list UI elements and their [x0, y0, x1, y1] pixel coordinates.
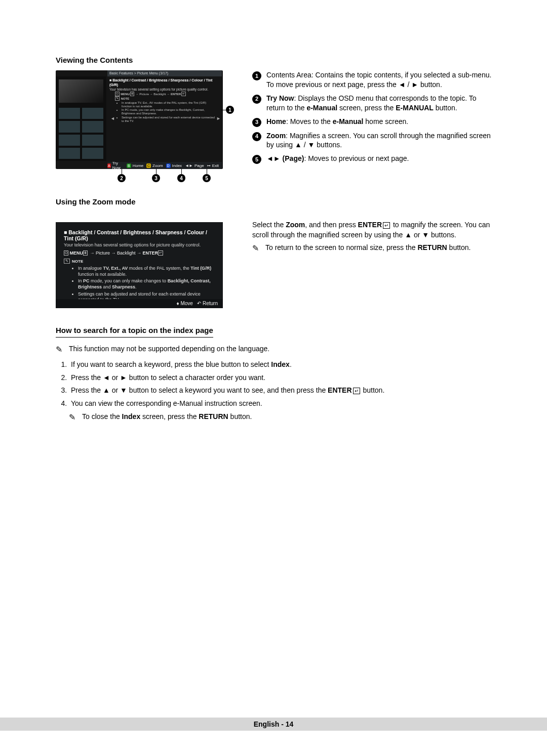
callout-dot-3: 3 [152, 174, 160, 182]
btn-zoom: CZoom [146, 163, 163, 168]
zoom-help-bar: ♦ Move ↶ Return [56, 299, 223, 308]
thumb-hero [59, 79, 103, 103]
row-zoom: ■ Backlight / Contrast / Brightness / Sh… [56, 220, 496, 308]
step-3: Press the ▲ or ▼ button to select a keyw… [69, 385, 496, 396]
callout-item-1: 1Contents Area: Contains the topic conte… [252, 70, 496, 90]
note-list: In analogue TV, Ext., AV modes of the PA… [122, 101, 217, 123]
menu-path: O MENUⅢ → Picture → Backlight → ENTER↵ [114, 92, 217, 97]
enter-icon: ↵ [383, 222, 390, 229]
note-label: ✎ NOTE [114, 96, 217, 101]
screenshot-zoom: ■ Backlight / Contrast / Brightness / Sh… [56, 222, 223, 308]
search-note: ✎ This function may not be supported dep… [56, 344, 496, 356]
menu-icon: Ⅲ [83, 250, 88, 256]
zoom-note-list: In analogue TV, Ext., AV modes of the PA… [78, 266, 215, 303]
exit-icon: ↦ [207, 163, 211, 168]
move-hint: ♦ Move [177, 301, 193, 306]
thumb-panel [56, 76, 106, 161]
page-arrows-icon: ◄► [185, 163, 193, 168]
section-search: How to search for a topic on the index p… [56, 324, 496, 424]
callout-descriptions: 1Contents Area: Contains the topic conte… [252, 70, 496, 184]
callout-dot-4: 4 [177, 174, 185, 182]
step-4: You can view the corresponding e-Manual … [69, 398, 496, 409]
color-b-icon: B [127, 163, 131, 168]
hand-note-icon: ✎ [69, 411, 79, 424]
note-item: In analogue TV, Ext., AV modes of the PA… [122, 101, 217, 108]
note-icon: ✎ [64, 259, 70, 264]
color-d-icon: D [166, 163, 171, 168]
thumb-grid [56, 106, 106, 161]
callout-dot-5: 5 [203, 174, 211, 182]
callout-item-4: 4Zoom: Magnifies a screen. You can scrol… [252, 131, 496, 150]
zoom-note: ✎ To return to the screen to normal size… [252, 243, 496, 254]
callout-pointer-1: 1 [226, 106, 234, 114]
enter-icon: ↵ [181, 92, 186, 96]
search-closing-note: ✎ To close the Index screen, press the R… [69, 411, 496, 424]
zoom-subtitle: Your television has several setting opti… [64, 242, 215, 247]
note-icon: ✎ [115, 96, 120, 101]
step-1: If you want to search a keyword, press t… [69, 359, 496, 370]
content-subtitle: Your television has several setting opti… [109, 88, 217, 92]
note-item: In analogue TV, Ext., AV modes of the PA… [78, 266, 215, 277]
note-item: In PC mode, you can only make changes to… [122, 108, 217, 115]
content-title: ■ Backlight / Contrast / Brightness / Sh… [109, 78, 212, 87]
enter-icon: ↵ [353, 388, 360, 394]
callout-item-5: 5◄► (Page): Moves to previous or next pa… [252, 154, 496, 164]
color-a-icon: A [107, 163, 111, 168]
breadcrumb-bar: Basic Features > Picture Menu (3/17) [107, 70, 222, 76]
hand-note-icon: ✎ [252, 243, 262, 254]
screenshot-contents: Basic Features > Picture Menu (3/17) ■ B… [56, 70, 223, 169]
zoom-note-label: ✎NOTE [64, 259, 215, 264]
hand-note-icon: ✎ [56, 344, 66, 356]
callout-item-3: 3Home: Moves to the e-Manual home screen… [252, 117, 496, 127]
zoom-description: Select the Zoom, and then press ENTER↵ t… [252, 220, 496, 308]
remote-icon: O [115, 92, 120, 96]
btn-exit: ↦Exit [207, 163, 219, 168]
btn-home: BHome [127, 163, 143, 168]
callout-row: 2 3 4 5 [56, 172, 223, 184]
search-steps: If you want to search a keyword, press t… [69, 359, 496, 409]
zoom-menu-path: OMENUⅢ → Picture → Backlight → ENTER↵ [64, 250, 215, 256]
btn-try-now: ATry Now [107, 161, 124, 170]
callout-dot-2: 2 [118, 174, 126, 182]
note-item: Settings can be adjusted and stored for … [122, 116, 217, 123]
zoom-paragraph: Select the Zoom, and then press ENTER↵ t… [252, 220, 496, 240]
btn-index: DIndex [166, 163, 182, 168]
heading-zoom: Using the Zoom mode [56, 197, 496, 206]
return-hint: ↶ Return [197, 301, 218, 306]
step-2: Press the ◄ or ► button to select a char… [69, 372, 496, 384]
zoom-left: ■ Backlight / Contrast / Brightness / Sh… [56, 220, 238, 308]
viewing-left: Basic Features > Picture Menu (3/17) ■ B… [56, 70, 238, 184]
content-body: ■ Backlight / Contrast / Brightness / Sh… [109, 78, 217, 159]
manual-page: Viewing the Contents Basic Features > Pi… [0, 0, 547, 756]
callout-item-2: 2Try Now: Displays the OSD menu that cor… [252, 94, 496, 113]
row-viewing: Basic Features > Picture Menu (3/17) ■ B… [56, 70, 496, 184]
remote-icon: O [64, 250, 68, 256]
next-arrow-icon: ► [216, 116, 221, 121]
note-item: In PC mode, you can only make changes to… [78, 278, 215, 290]
help-bar: ATry Now BHome CZoom DIndex ◄►Page ↦Exit [107, 162, 222, 169]
btn-page: ◄►Page [185, 163, 204, 168]
prev-arrow-icon: ◄ [110, 116, 115, 121]
enter-icon: ↵ [158, 250, 163, 256]
heading-viewing: Viewing the Contents [56, 56, 496, 64]
menu-icon: Ⅲ [130, 92, 134, 96]
color-c-icon: C [146, 163, 151, 168]
heading-search: How to search for a topic on the index p… [56, 324, 496, 338]
zoom-title: ■ Backlight / Contrast / Brightness / Sh… [64, 229, 207, 241]
page-footer: English - 14 [0, 718, 547, 731]
